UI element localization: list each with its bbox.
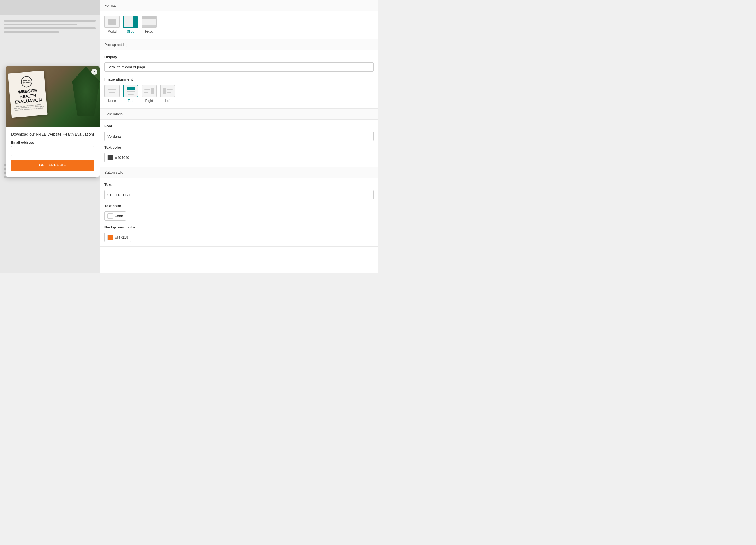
popup-settings-section-header: Pop-up settings: [100, 39, 378, 50]
popup-badge: EVOLVE CREATIVE: [20, 76, 32, 88]
button-text-color-section: Text color #ffffff: [104, 204, 374, 221]
button-bg-color-swatch: [107, 235, 113, 240]
text-color-swatch-button[interactable]: #404040: [104, 153, 132, 162]
align-right-line2: [144, 91, 150, 91]
format-modal-icon: [108, 19, 116, 25]
format-fixed-mid: [142, 19, 156, 25]
preview-top-bar: [0, 0, 100, 15]
popup-submit-button[interactable]: GET FREEBIE: [11, 160, 94, 171]
align-none-icon-line2: [108, 91, 116, 91]
format-slide-panel: [133, 16, 138, 27]
text-color-row: #404040: [104, 153, 374, 162]
preview-area: × EVOLVE CREATIVE WEBSITE HEALTH EVALUAT…: [0, 0, 100, 273]
align-none-icon-line1: [108, 89, 116, 90]
align-left-line2: [167, 91, 173, 91]
format-fixed-label: Fixed: [145, 30, 153, 34]
button-bg-color-label: Background color: [104, 225, 374, 229]
format-slide-option[interactable]: Slide: [123, 16, 138, 34]
align-none-button[interactable]: [104, 85, 120, 97]
field-labels-content: Font Verdana Text color #404040: [100, 120, 378, 167]
align-left-lines: [167, 88, 173, 94]
font-select[interactable]: Verdana: [104, 132, 374, 141]
button-style-section-header: Button style: [100, 167, 378, 178]
button-text-color-row: #ffffff: [104, 211, 374, 221]
format-fixed-button[interactable]: [142, 16, 157, 28]
display-input[interactable]: [104, 62, 374, 72]
preview-line: [4, 31, 59, 33]
align-top-button[interactable]: [123, 85, 138, 97]
format-section-title: Format: [104, 3, 116, 7]
button-bg-color-section: Background color #f47119: [104, 225, 374, 242]
button-text-color-swatch-button[interactable]: #ffffff: [104, 211, 126, 221]
align-none-option[interactable]: None: [104, 85, 120, 103]
text-color-swatch: [107, 155, 113, 160]
image-alignment-label: Image alignment: [104, 77, 374, 81]
format-modal-option[interactable]: Modal: [104, 16, 120, 34]
align-left-icon: [162, 86, 174, 96]
popup-book-subtext: The goal is to get your website more tra…: [14, 103, 44, 111]
popup-email-input[interactable]: [11, 146, 94, 156]
popup-book-image: EVOLVE CREATIVE WEBSITE HEALTH EVALUATIO…: [8, 71, 47, 118]
popup-badge-text: EVOLVE CREATIVE: [22, 79, 31, 84]
popup-settings-title: Pop-up settings: [104, 43, 129, 47]
align-right-icon: [143, 86, 155, 96]
preview-content: [0, 17, 100, 37]
align-top-line1: [127, 91, 135, 92]
button-style-title: Button style: [104, 170, 123, 174]
text-color-label: Text color: [104, 145, 374, 150]
text-color-section: Text color #404040: [104, 145, 374, 162]
text-color-value: #404040: [115, 156, 129, 160]
align-right-button[interactable]: [142, 85, 157, 97]
align-none-label: None: [108, 99, 116, 103]
field-labels-title: Field labels: [104, 112, 123, 116]
button-text-color-value: #ffffff: [115, 214, 123, 218]
image-alignment-section: Image alignment None: [104, 77, 374, 103]
align-top-line2: [128, 94, 134, 95]
format-section-content: Modal Slide: [100, 11, 378, 39]
align-left-line3: [167, 92, 171, 93]
button-bg-color-swatch-button[interactable]: #f47119: [104, 233, 131, 242]
align-right-label: Right: [145, 99, 153, 103]
button-text-color-label: Text color: [104, 204, 374, 208]
font-label: Font: [104, 124, 374, 128]
format-slide-label: Slide: [127, 30, 134, 34]
align-right-option[interactable]: Right: [142, 85, 157, 103]
format-slide-icon: [124, 16, 138, 27]
popup-body: Download our FREE Website Health Evaluat…: [6, 127, 100, 177]
format-fixed-option[interactable]: Fixed: [142, 16, 157, 34]
popup-modal: × EVOLVE CREATIVE WEBSITE HEALTH EVALUAT…: [6, 66, 100, 177]
button-bg-color-row: #f47119: [104, 233, 374, 242]
preview-line: [4, 27, 96, 29]
format-slide-button[interactable]: [123, 16, 138, 28]
align-right-line3: [144, 92, 148, 93]
align-right-lines: [144, 88, 150, 94]
align-left-option[interactable]: Left: [160, 85, 175, 103]
align-top-image-icon: [127, 87, 135, 90]
format-modal-label: Modal: [107, 30, 117, 34]
format-fixed-bot: [142, 25, 156, 27]
button-text-input[interactable]: [104, 190, 374, 199]
format-section-header: Format: [100, 0, 378, 11]
button-text-label: Text: [104, 182, 374, 187]
format-buttons: Modal Slide: [104, 16, 374, 34]
format-slide-bg: [124, 16, 133, 27]
format-modal-button[interactable]: [104, 16, 120, 28]
popup-title: Download our FREE Website Health Evaluat…: [11, 132, 94, 137]
format-fixed-icon: [142, 16, 156, 27]
align-none-icon-line3: [109, 92, 115, 93]
popup-image: EVOLVE CREATIVE WEBSITE HEALTH EVALUATIO…: [6, 66, 100, 127]
button-style-content: Text Text color #ffffff Background color…: [100, 178, 378, 247]
align-left-button[interactable]: [160, 85, 175, 97]
popup-book-title: WEBSITE HEALTH EVALUATION: [14, 88, 42, 105]
field-labels-section-header: Field labels: [100, 109, 378, 120]
popup-close-button[interactable]: ×: [91, 69, 97, 75]
preview-line: [4, 24, 77, 25]
align-top-option[interactable]: Top: [123, 85, 138, 103]
align-left-label: Left: [165, 99, 170, 103]
align-right-line1: [144, 89, 150, 90]
format-fixed-top: [142, 16, 156, 19]
popup-settings-content: Display Image alignment None: [100, 50, 378, 109]
align-right-image-icon: [151, 88, 154, 94]
button-bg-color-value: #f47119: [115, 235, 128, 240]
button-text-color-swatch: [107, 213, 113, 219]
